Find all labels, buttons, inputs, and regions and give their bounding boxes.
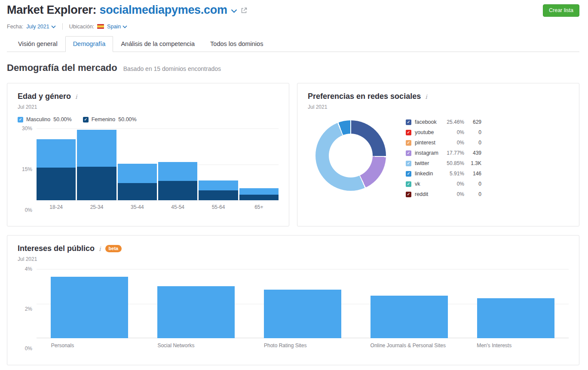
female-bar-segment — [158, 181, 197, 200]
legend-label: vk — [415, 181, 442, 187]
interests-y-axis: 4% 2% 0% — [18, 269, 37, 349]
female-bar-segment — [118, 183, 157, 200]
bar-group — [77, 130, 116, 200]
legend-value: 0 — [464, 129, 481, 135]
age-gender-card: Edad y género i Jul 2021 Masculino 50.00… — [7, 83, 289, 226]
tab-todos-dominios[interactable]: Todos los dominios — [202, 36, 271, 52]
legend-value: 629 — [464, 119, 481, 125]
cards-row: Edad y género i Jul 2021 Masculino 50.00… — [7, 83, 579, 226]
x-axis-label: Men's Interests — [477, 342, 554, 349]
y-axis-tick: 0% — [25, 346, 32, 352]
x-axis-label: 18-24 — [37, 204, 76, 210]
female-bar-segment — [77, 167, 116, 200]
legend-label: instagram — [415, 150, 442, 156]
x-axis-label: 55-64 — [199, 204, 238, 210]
period-label: Jul 2021 — [18, 104, 279, 110]
female-legend-label: Femenino — [92, 116, 116, 122]
facebook-checkbox[interactable] — [406, 119, 411, 125]
interest-bar — [51, 277, 128, 338]
legend-label: linkedin — [415, 171, 442, 177]
legend-percent: 0% — [442, 140, 464, 146]
social-card-title: Preferencias en redes sociales — [308, 92, 421, 101]
y-axis-tick: 30% — [22, 125, 32, 131]
bar-group — [37, 277, 142, 338]
age-gender-chart: 30% 15% 0% 18-2425-3435-4445-5455-6465+ — [18, 128, 279, 210]
male-bar-segment — [118, 164, 157, 183]
page-title: Market Explorer: socialmediapymes.com — [7, 3, 227, 17]
section-title: Demografía del mercado — [7, 62, 117, 73]
x-axis-label: Photo Rating Sites — [264, 342, 341, 349]
twitter-checkbox[interactable] — [406, 161, 411, 166]
bar-group — [143, 286, 248, 338]
info-icon[interactable]: i — [74, 93, 78, 100]
social-legend-row: reddit0%0 — [406, 189, 481, 199]
legend-label: twitter — [415, 160, 442, 166]
interest-bar — [371, 296, 448, 338]
legend-percent: 0% — [442, 191, 464, 197]
location-filter-value[interactable]: Spain — [107, 24, 121, 30]
instagram-checkbox[interactable] — [406, 150, 411, 156]
domain-link[interactable]: socialmediapymes.com — [99, 3, 227, 16]
male-bar-segment — [37, 139, 76, 168]
y-axis-tick: 2% — [25, 306, 32, 312]
date-chevron-down-icon[interactable] — [51, 25, 56, 28]
x-axis-label-cell: Social Networks — [143, 342, 250, 349]
legend-percent: 5.91% — [442, 171, 464, 177]
chevron-down-icon[interactable] — [231, 9, 237, 13]
tab-demografia[interactable]: Demografía — [65, 36, 113, 52]
info-icon[interactable]: i — [98, 245, 101, 252]
y-axis-tick: 0% — [25, 207, 32, 213]
location-chevron-down-icon[interactable] — [122, 25, 127, 28]
female-bar-segment — [239, 195, 279, 200]
interests-card-title: Intereses del público — [18, 244, 95, 253]
legend-value: 0 — [464, 181, 481, 187]
x-axis-label-cell: Men's Interests — [462, 342, 569, 349]
period-label: Jul 2021 — [18, 256, 569, 262]
tab-analisis-competencia[interactable]: Análisis de la competencia — [113, 36, 202, 52]
bar-group — [158, 162, 197, 200]
legend-label: youtube — [415, 129, 442, 135]
bar-group — [199, 180, 238, 200]
beta-badge: beta — [105, 245, 122, 252]
x-axis-label-cell: Photo Rating Sites — [249, 342, 356, 349]
donut-hole — [329, 134, 373, 177]
social-legend: facebook25.46%629youtube0%0pinterest0%0i… — [406, 117, 481, 199]
linkedin-checkbox[interactable] — [406, 171, 411, 177]
pinterest-checkbox[interactable] — [406, 140, 411, 146]
social-legend-row: instagram17.77%439 — [406, 148, 481, 158]
external-link-icon[interactable] — [241, 7, 247, 14]
bar-group — [118, 164, 157, 200]
reddit-checkbox[interactable] — [406, 192, 411, 197]
male-bar-segment — [239, 188, 279, 194]
x-axis-label: 65+ — [239, 204, 279, 210]
y-axis-tick: 4% — [25, 266, 32, 272]
y-axis-tick: 15% — [22, 166, 32, 172]
create-list-button[interactable]: Crear lista — [543, 4, 579, 17]
x-axis-label-cell: Online Journals & Personal Sites — [356, 342, 462, 349]
social-preferences-card: Preferencias en redes sociales i Jul 202… — [297, 83, 579, 226]
tab-vision-general[interactable]: Visión general — [10, 36, 65, 52]
legend-value: 0 — [464, 191, 481, 197]
spain-flag-icon — [97, 24, 104, 29]
bar-group — [37, 139, 76, 201]
social-legend-row: vk0%0 — [406, 179, 481, 189]
info-icon[interactable]: i — [424, 93, 428, 100]
male-checkbox[interactable] — [18, 117, 23, 122]
female-bar-segment — [199, 190, 238, 200]
date-filter-value[interactable]: July 2021 — [26, 24, 49, 30]
x-axis-label: 25-34 — [77, 204, 116, 210]
vk-checkbox[interactable] — [406, 181, 411, 187]
youtube-checkbox[interactable] — [406, 130, 411, 135]
social-legend-row: pinterest0%0 — [406, 138, 481, 148]
female-checkbox[interactable] — [83, 117, 89, 122]
legend-percent: 25.46% — [442, 119, 464, 125]
female-bar-segment — [37, 168, 76, 200]
interest-bar — [477, 298, 554, 338]
bar-group — [357, 296, 462, 338]
bar-group — [463, 298, 569, 338]
age-plot-area — [37, 128, 279, 200]
page: Market Explorer: socialmediapymes.com Cr… — [0, 0, 588, 365]
legend-value: 146 — [464, 171, 481, 177]
period-label: Jul 2021 — [308, 104, 569, 110]
section-subtitle: Basado en 15 dominios encontrados — [123, 65, 221, 72]
